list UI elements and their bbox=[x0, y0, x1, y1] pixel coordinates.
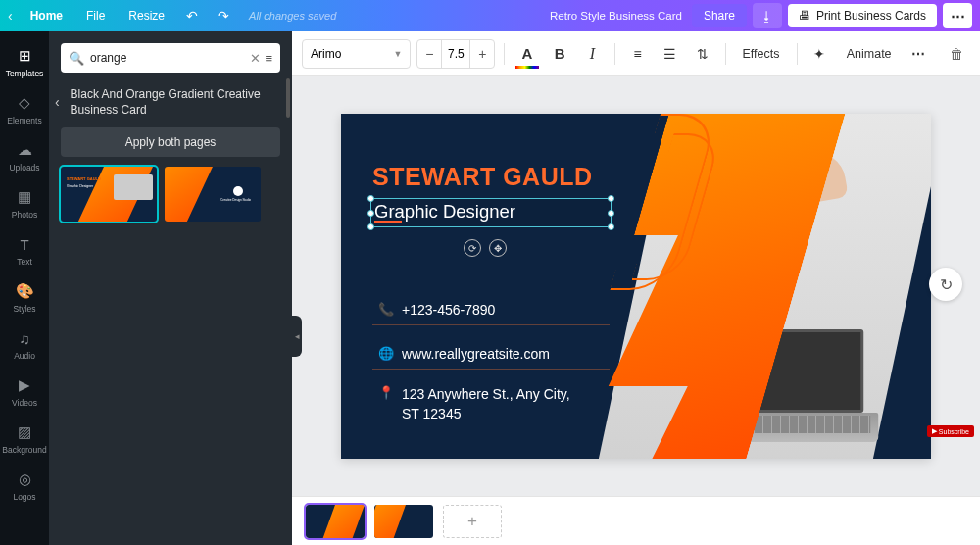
top-nav: ‹ Home File Resize ↶ ↷ All changes saved… bbox=[0, 0, 980, 31]
italic-button[interactable]: I bbox=[579, 40, 606, 68]
font-family-select[interactable]: Arimo ▼ bbox=[302, 39, 411, 69]
animate-button[interactable]: Animate bbox=[839, 47, 900, 61]
divider-line[interactable] bbox=[372, 369, 610, 370]
rotate-handle-icon[interactable]: ⟳ bbox=[464, 239, 481, 257]
logos-icon: ◎ bbox=[15, 471, 34, 488]
page-thumb-1[interactable] bbox=[306, 505, 365, 538]
page-thumb-2[interactable] bbox=[374, 505, 433, 538]
effects-button[interactable]: Effects bbox=[735, 47, 788, 61]
rail-label: Elements bbox=[7, 116, 41, 125]
card-name-text[interactable]: STEWART GAULD bbox=[372, 163, 593, 191]
element-float-controls: ⟳ ✥ bbox=[464, 239, 507, 257]
resize-handle[interactable] bbox=[608, 210, 614, 217]
print-label: Print Business Cards bbox=[816, 9, 926, 23]
resize-handle[interactable] bbox=[608, 195, 614, 202]
back-icon[interactable]: ‹ bbox=[8, 8, 13, 24]
rail-uploads[interactable]: ☁Uploads bbox=[0, 133, 49, 180]
font-size-increase[interactable]: + bbox=[470, 46, 494, 62]
home-button[interactable]: Home bbox=[21, 5, 73, 26]
globe-icon: 🌐 bbox=[378, 346, 392, 361]
divider-line[interactable] bbox=[372, 324, 610, 325]
location-icon: 📍 bbox=[378, 385, 392, 400]
card-phone-text: +123-456-7890 bbox=[402, 302, 495, 318]
canvas[interactable]: STEWART GAULD Graphic Designer ⟳ ✥ 📞+123… bbox=[292, 76, 980, 496]
rail-background[interactable]: ▨Background bbox=[0, 416, 49, 463]
editor-area: Arimo ▼ − 7.5 + A B I ≡ ☰ ⇅ Effects ✦ An… bbox=[292, 31, 980, 545]
rail-label: Styles bbox=[13, 304, 35, 314]
subscribe-badge[interactable]: ▶ Subscribe bbox=[927, 425, 974, 437]
rail-label: Videos bbox=[12, 398, 37, 408]
resize-handle[interactable] bbox=[608, 223, 614, 230]
spacing-button[interactable]: ⇅ bbox=[689, 40, 715, 68]
font-size-value[interactable]: 7.5 bbox=[441, 40, 470, 68]
font-family-value: Arimo bbox=[311, 47, 341, 61]
text-color-button[interactable]: A bbox=[514, 40, 540, 68]
card-phone-row[interactable]: 📞+123-456-7890 bbox=[378, 302, 495, 318]
background-icon: ▨ bbox=[15, 423, 34, 441]
rail-label: Logos bbox=[13, 492, 35, 502]
redo-icon[interactable]: ↷ bbox=[210, 4, 237, 27]
template-search[interactable]: 🔍 ✕ ≡ bbox=[61, 43, 280, 73]
template-page-thumb-2[interactable]: Creative Design Studio bbox=[165, 167, 261, 222]
move-handle-icon[interactable]: ✥ bbox=[489, 239, 507, 257]
undo-icon[interactable]: ↶ bbox=[178, 4, 206, 27]
add-page-button[interactable]: + bbox=[443, 505, 502, 538]
list-button[interactable]: ☰ bbox=[657, 40, 683, 68]
search-icon: 🔍 bbox=[69, 51, 84, 66]
videos-icon: ▶ bbox=[15, 376, 34, 394]
card-role-text[interactable]: Graphic Designer bbox=[374, 201, 515, 223]
elements-icon: ◇ bbox=[15, 94, 34, 112]
more-tools-icon[interactable]: ⋯ bbox=[906, 40, 932, 68]
card-website-text: www.reallygreatsite.com bbox=[402, 346, 550, 362]
card-website-row[interactable]: 🌐www.reallygreatsite.com bbox=[378, 346, 550, 362]
rail-elements[interactable]: ◇Elements bbox=[0, 86, 49, 133]
card-address-row[interactable]: 📍123 Anywhere St., Any City, ST 12345 bbox=[378, 385, 588, 423]
clear-search-icon[interactable]: ✕ bbox=[250, 51, 261, 66]
canvas-undo-fab[interactable]: ↻ bbox=[929, 268, 962, 301]
font-size-decrease[interactable]: − bbox=[417, 46, 441, 62]
search-input[interactable] bbox=[90, 51, 246, 65]
resize-handle[interactable] bbox=[368, 210, 374, 217]
filter-icon[interactable]: ≡ bbox=[265, 51, 272, 66]
rail-photos[interactable]: ▦Photos bbox=[0, 180, 49, 227]
card-address-text: 123 Anywhere St., Any City, ST 12345 bbox=[402, 385, 588, 423]
apply-both-pages-button[interactable]: Apply both pages bbox=[61, 127, 280, 157]
resize-handle[interactable] bbox=[368, 195, 374, 202]
templates-icon: ⊞ bbox=[15, 47, 34, 65]
template-back-icon[interactable]: ‹ bbox=[55, 94, 71, 110]
document-title[interactable]: Retro Style Business Card bbox=[550, 10, 682, 22]
template-page-thumb-1[interactable]: STEWART GAULDGraphic Designer bbox=[61, 167, 157, 222]
print-icon: 🖶 bbox=[799, 9, 810, 23]
rail-label: Audio bbox=[14, 351, 35, 361]
font-size-stepper: − 7.5 + bbox=[416, 39, 495, 69]
panel-scrollbar[interactable] bbox=[286, 78, 290, 118]
rail-logos[interactable]: ◎Logos bbox=[0, 463, 49, 510]
align-button[interactable]: ≡ bbox=[624, 40, 651, 68]
rail-styles[interactable]: 🎨Styles bbox=[0, 274, 49, 322]
text-toolbar: Arimo ▼ − 7.5 + A B I ≡ ☰ ⇅ Effects ✦ An… bbox=[292, 31, 980, 76]
more-menu-icon[interactable]: ⋯ bbox=[943, 3, 972, 28]
templates-panel: 🔍 ✕ ≡ ‹ Black And Orange Gradient Creati… bbox=[49, 31, 292, 545]
file-menu[interactable]: File bbox=[76, 5, 115, 26]
share-button[interactable]: Share bbox=[692, 4, 747, 27]
print-button[interactable]: 🖶 Print Business Cards bbox=[788, 4, 937, 27]
download-icon[interactable]: ⭳ bbox=[753, 3, 782, 28]
delete-icon[interactable]: 🗑 bbox=[944, 40, 970, 68]
rail-videos[interactable]: ▶Videos bbox=[0, 369, 49, 416]
chevron-down-icon: ▼ bbox=[393, 49, 402, 59]
resize-button[interactable]: Resize bbox=[119, 5, 174, 26]
rail-audio[interactable]: ♫Audio bbox=[0, 322, 49, 369]
rail-text[interactable]: TText bbox=[0, 227, 49, 274]
audio-icon: ♫ bbox=[15, 329, 34, 347]
resize-handle[interactable] bbox=[368, 223, 374, 230]
template-name: Black And Orange Gradient Creative Busin… bbox=[71, 86, 280, 118]
animate-icon: ✦ bbox=[806, 40, 832, 68]
rail-label: Templates bbox=[6, 69, 44, 78]
rail-label: Background bbox=[2, 445, 46, 455]
photos-icon: ▦ bbox=[15, 188, 34, 206]
rail-templates[interactable]: ⊞Templates bbox=[0, 39, 49, 86]
bold-button[interactable]: B bbox=[547, 40, 573, 68]
business-card[interactable]: STEWART GAULD Graphic Designer ⟳ ✥ 📞+123… bbox=[341, 114, 931, 459]
styles-icon: 🎨 bbox=[15, 282, 34, 300]
text-icon: T bbox=[15, 235, 34, 253]
